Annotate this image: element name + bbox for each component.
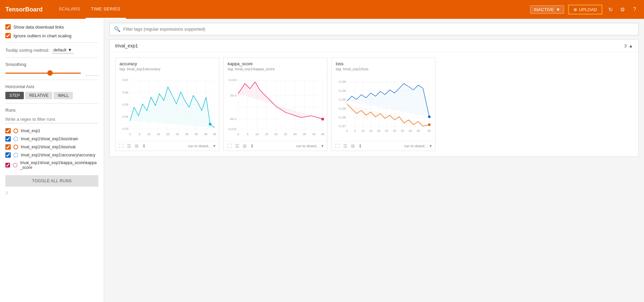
svg-text:0.56: 0.56 [123,91,129,94]
h-axis-label: Horizontal Axis [5,84,98,89]
svg-text:30: 30 [293,133,296,136]
nav-time-series[interactable]: TIME SERIES [86,0,126,19]
run-item-1: trival_exp1\trival_exp1\loss\train [5,136,98,142]
zoom-icon-1[interactable]: ⊞ [242,143,247,149]
upload-label: UPLOAD [579,7,597,12]
fullscreen-icon-2[interactable]: ⛶ [334,143,340,149]
run-circle-1 [13,137,18,141]
run-name-2: trival_exp1\trival_exp1\loss\val [21,145,76,149]
filter-bar: 🔍 [109,23,639,35]
download-label-1: run to downl... [296,144,319,148]
dropdown-chevron-icon: ▼ [556,7,560,12]
tooltip-row: Tooltip sorting method: default ▼ [5,47,98,53]
chart-kappa-download[interactable]: run to downl... ▼ [296,144,324,148]
section-header[interactable]: trival_exp1 3 ▲ [110,40,638,52]
data-icon-1[interactable]: ☰ [234,143,240,149]
chart-accuracy-title: accuracy [116,58,219,67]
section-count: 3 ▲ [624,43,633,48]
app-logo: TensorBoard [5,6,43,13]
axis-btn-wall[interactable]: WALL [54,92,73,99]
run-check-0[interactable] [5,128,11,134]
tooltip-select[interactable]: default ▼ [52,47,74,53]
axis-btn-step[interactable]: STEP [5,92,24,99]
run-name-1: trival_exp1\trival_exp1\loss\train [21,137,78,141]
svg-text:40: 40 [312,133,316,136]
run-check-3[interactable] [5,152,11,158]
svg-text:35: 35 [401,129,404,133]
main-content: 🔍 trival_exp1 3 ▲ accuracy tag: trival_e… [104,19,644,302]
ignore-outliers-checkbox[interactable] [5,33,11,38]
run-check-2[interactable] [5,144,11,150]
sidebar: Show data download links Ignore outliers… [0,19,104,302]
run-check-1[interactable] [5,136,11,142]
help-icon[interactable]: ? [631,5,639,13]
chart-accuracy-tag: tag: trival_exp1/accuracy [116,67,219,74]
filter-input[interactable] [123,27,634,32]
chart-accuracy-download[interactable]: run to downl... ▼ [188,144,216,148]
toggle-all-button[interactable]: TOGGLE ALL RUNS [5,175,98,187]
zoom-icon-2[interactable]: ⊞ [350,143,356,149]
gear-icon[interactable]: ⚙ [618,5,627,13]
svg-text:0.54: 0.54 [123,115,129,118]
svg-text:30: 30 [393,129,396,133]
upload-circle-icon: ⊕ [573,7,577,12]
header: TensorBoard SCALARS TIME SERIES INACTIVE… [0,0,644,19]
inactive-dropdown[interactable]: INACTIVE ▼ [530,5,564,14]
upload-button[interactable]: ⊕ UPLOAD [568,5,602,14]
run-name-3: trival_exp1\trival_exp1\accuracy\accurac… [21,153,95,157]
chart-accuracy-tools: ⛶ ☰ ⊞ ⬇ [118,143,147,149]
run-item-0: trival_exp1 [5,128,98,134]
svg-text:0.139: 0.139 [339,80,346,83]
download-icon-1[interactable]: ⬇ [249,143,255,149]
smoothing-value-input[interactable]: 0.6 [85,70,98,76]
ignore-outliers-label: Ignore outliers in chart scaling [13,33,72,38]
svg-text:15: 15 [265,133,268,136]
slider-row: 0.6 [5,70,98,76]
show-download-checkbox[interactable] [5,24,11,30]
download-icon-2[interactable]: ⬇ [358,143,363,149]
svg-point-96 [428,115,431,118]
data-icon-2[interactable]: ☰ [342,143,348,149]
run-circle-2 [13,145,18,149]
nav-scalars[interactable]: SCALARS [53,0,86,19]
run-item-2: trival_exp1\trival_exp1\loss\val [5,144,98,150]
svg-text:5e-3: 5e-3 [230,94,236,97]
svg-text:0.53: 0.53 [123,127,129,130]
data-icon[interactable]: ☰ [126,143,132,149]
svg-text:-5e-3: -5e-3 [229,117,236,121]
tooltip-value: default [53,47,66,52]
fullscreen-icon-1[interactable]: ⛶ [226,143,232,149]
svg-point-95 [428,123,431,126]
tooltip-chevron-icon: ▼ [68,47,72,52]
download-chevron-icon-1: ▼ [321,144,324,148]
run-circle-0 [13,128,18,133]
svg-text:0: 0 [346,129,348,133]
svg-text:0.137: 0.137 [339,124,346,128]
download-icon[interactable]: ⬇ [141,143,147,149]
divider-1 [5,42,98,43]
chart-loss-download[interactable]: run to downl... ▼ [404,144,432,148]
svg-text:10: 10 [361,129,365,133]
chart-accuracy-toolbar: ⛶ ☰ ⊞ ⬇ run to downl... ▼ [116,141,219,151]
svg-text:35: 35 [303,133,306,136]
download-label-0: run to downl... [188,144,211,148]
header-right: INACTIVE ▼ ⊕ UPLOAD ↻ ⚙ ? [530,5,639,14]
svg-text:35: 35 [195,133,198,136]
fullscreen-icon[interactable]: ⛶ [118,143,124,149]
svg-text:5: 5 [354,129,356,133]
zoom-icon[interactable]: ⊞ [134,143,139,149]
show-download-label: Show data download links [13,25,64,30]
refresh-icon[interactable]: ↻ [606,5,614,13]
svg-text:15: 15 [157,133,160,136]
smoothing-slider[interactable] [5,73,81,74]
axis-btn-relative[interactable]: RELATIVE [25,92,52,99]
runs-filter-input[interactable] [5,115,98,123]
run-check-4[interactable] [5,162,10,168]
svg-text:25: 25 [176,133,179,136]
svg-text:10: 10 [147,133,151,136]
chart-accuracy-svg: 0.57 0.56 0.55 0.54 0.53 0 5 10 15 20 25 [118,75,216,140]
tooltip-label: Tooltip sorting method: [5,48,49,53]
run-name-4: trival_exp1\trival_exp1\kappa_score\kapp… [20,160,98,170]
run-item-4: trival_exp1\trival_exp1\kappa_score\kapp… [5,160,98,170]
run-name-0: trival_exp1 [21,128,40,133]
